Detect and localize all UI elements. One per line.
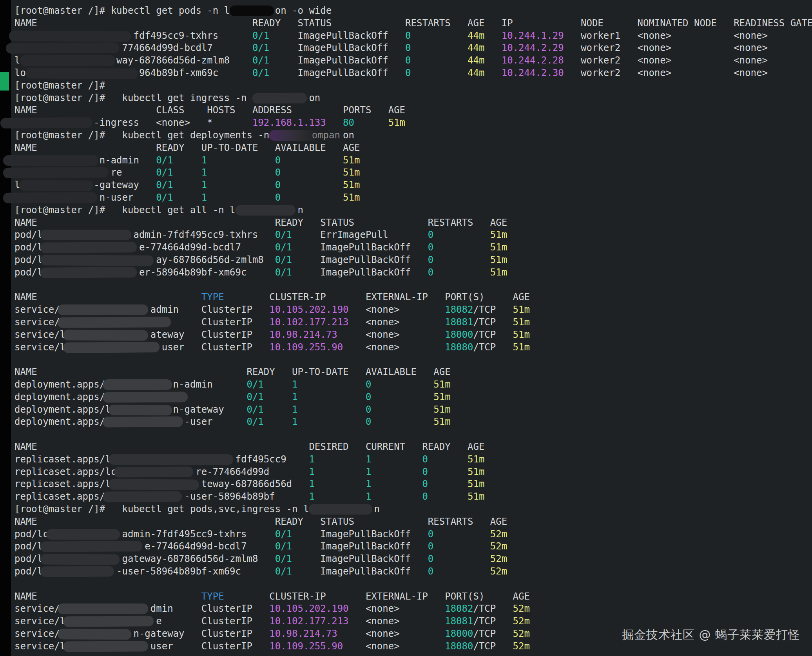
terminal-text: ClusterIP [201,603,252,615]
terminal-text: STATUS [298,17,332,30]
terminal-text: 0/1 [275,266,292,279]
terminal-text: 51m [343,167,360,179]
terminal-text: worker1 [581,30,620,42]
terminal-text: CLUSTER-IP [269,291,326,304]
terminal-text: pod/l [14,565,43,578]
terminal-line: service/ClusterIP10.102.177.213<none>180… [0,316,812,329]
terminal-text: e-774664d99d-bcdl7 [145,540,246,553]
terminal-text: 51m [343,192,360,204]
terminal-text: kubectl get ingress -n [122,92,252,105]
redaction-scribble [103,391,188,402]
terminal-text: 51m [433,391,450,404]
terminal-text: 0 [275,192,281,204]
terminal-text: admin-7fdf495cc9-txhrs [122,528,247,541]
terminal-text: worker2 [581,67,620,80]
terminal-line: NAMEDESIREDCURRENTREADYAGE [0,441,812,453]
terminal-text: <none> [366,603,400,615]
terminal-text: 1 [201,192,207,204]
terminal-text: pod/lc [14,528,49,541]
terminal-text: NAME [14,516,37,528]
terminal-line: service/dminClusterIP10.105.202.190<none… [0,603,812,615]
terminal-text: /TCP [473,603,496,615]
terminal-line: pod/ladmin-7fdf495cc9-txhrs0/1ErrImagePu… [0,229,812,241]
redaction-scribble [109,454,233,465]
terminal-text: <none> [366,628,400,640]
redaction-scribble [63,342,160,353]
terminal-line: NAMETYPECLUSTER-IPEXTERNAL-IPPORT(S)AGE [0,591,812,603]
terminal-text: 0 [428,241,433,254]
terminal-text: <none> [366,615,400,628]
terminal-text: TYPE [201,291,224,304]
terminal-text: 0 [366,416,371,428]
terminal-text: ClusterIP [201,341,252,354]
terminal-text: worker2 [581,54,620,67]
terminal-text: STATUS [320,516,354,528]
terminal-text: 0 [428,553,433,565]
terminal-text: READY [252,17,281,30]
terminal-text: 774664d99d-bcdl7 [122,42,213,54]
redaction-scribble [0,117,92,128]
redaction-scribble [3,155,98,166]
redaction-scribble [309,504,372,515]
terminal-text: replicaset.apps/ [14,491,105,503]
terminal-text: 0/1 [252,30,269,42]
terminal-text: 51m [490,254,507,266]
terminal-text: * [207,117,212,129]
terminal-line: service/adminClusterIP10.105.202.190<non… [0,304,812,316]
terminal-text: ImagePullBackOff [320,266,411,279]
terminal-text: admin-7fdf495cc9-txhrs [133,229,258,241]
terminal-text: 0 [405,42,411,54]
terminal-text: [root@master /]# [14,503,105,516]
terminal-line: [root@master /]#kubectl get deployments … [0,129,812,142]
redaction-scribble [40,242,137,253]
terminal-text: 1 [366,478,371,491]
terminal-text: on -o wide [275,5,332,17]
terminal-text: n [374,503,380,516]
redaction-scribble [26,68,138,79]
terminal-text: 51m [433,404,450,416]
terminal-text: EXTERNAL-IP [366,591,428,603]
terminal-text: gateway-687866d56d-zmlm8 [122,553,258,565]
terminal-text: 0/1 [252,54,269,67]
terminal-line: NAMETYPECLUSTER-IPEXTERNAL-IPPORT(S)AGE [0,291,812,304]
redaction-scribble [9,31,130,42]
terminal-text: 1 [201,154,207,167]
terminal-text: <none> [156,117,190,129]
terminal-text: e-774664d99d-bcdl7 [139,241,241,254]
terminal-text: 0 [422,491,428,503]
terminal-text: 0 [275,167,281,179]
redaction-scribble [236,205,295,216]
terminal-text: 1 [309,466,314,478]
terminal-text: ImagePullBackOff [298,42,388,54]
terminal-line [0,578,812,591]
terminal-line: pod/ler-58964b89bf-xm69c0/1ImagePullBack… [0,266,812,279]
terminal-text: 0 [422,453,428,466]
terminal-text: deployment.apps/ [14,391,105,404]
redaction-scribble [6,43,119,54]
terminal-text: 1 [292,416,297,428]
terminal-text: ImagePullBackOff [320,553,411,565]
terminal-text: service/l [14,640,65,653]
terminal-text: READY [422,441,450,453]
redaction-scribble [40,566,114,577]
terminal-text: pod/l [14,241,43,254]
terminal-text: 0/1 [275,553,292,565]
terminal-text: <none> [638,30,672,42]
terminal-text: 18081 [445,316,473,329]
terminal-text: /TCP [473,329,496,341]
terminal-line: NAMEREADYSTATUSRESTARTSAGE [0,516,812,528]
terminal-text: 51m [513,341,530,354]
terminal-text: 51m [490,229,507,241]
terminal-text: ImagePullBackOff [320,540,411,553]
terminal-text: DESIRED [309,441,348,453]
terminal-text: NAME [14,104,37,117]
terminal-text: kubectl get all -n l [122,204,236,217]
terminal-line: deployment.apps/0/11051m [0,391,812,404]
terminal-line: replicaset.apps/lteway-687866d56d11051m [0,478,812,491]
terminal-screen[interactable]: [root@master /]# kubectl get pods -n lon… [0,0,812,656]
terminal-text: 10.244.2.29 [502,42,564,54]
terminal-text: 1 [309,453,314,466]
terminal-line: [root@master /]#kubectl get all -n ln [0,204,812,217]
terminal-text: pod/l [14,266,43,279]
terminal-text: IP [502,17,513,30]
